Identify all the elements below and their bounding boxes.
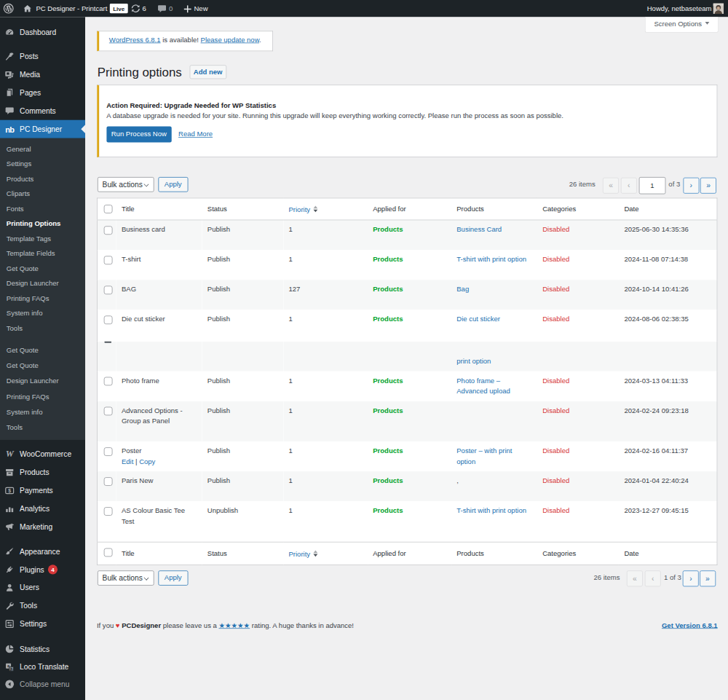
- svg-text:$: $: [8, 488, 11, 494]
